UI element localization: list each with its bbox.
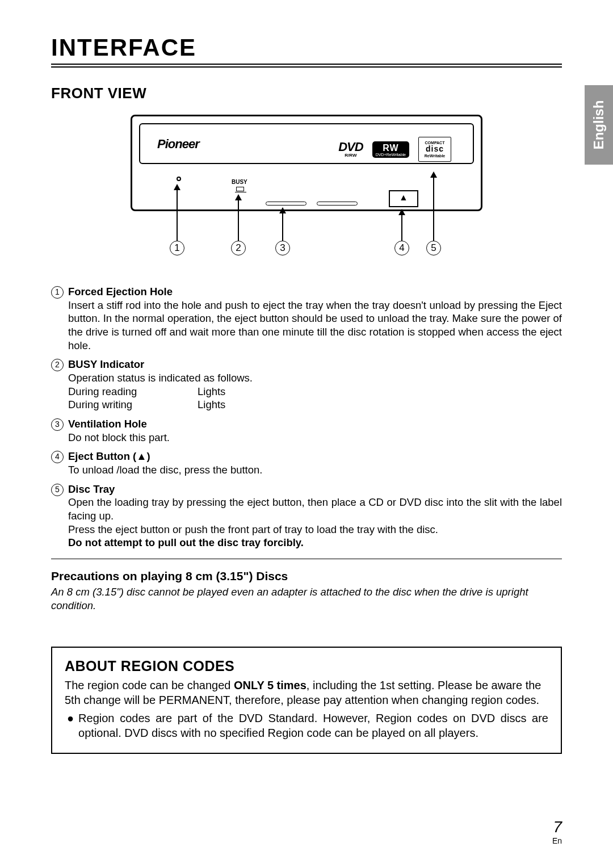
dvd-logo: DVD R/RW (338, 141, 363, 158)
region-codes-bullet: ● Region codes are part of the DVD Stand… (65, 711, 548, 740)
desc-text: To unload /load the disc, press the butt… (68, 463, 562, 477)
desc-num: 4 (51, 451, 64, 463)
descriptions-list: 1 Forced Ejection Hole Insert a stiff ro… (51, 285, 562, 550)
callout-5: 5 (426, 241, 441, 255)
precautions-text: An 8 cm (3.15") disc cannot be played ev… (51, 585, 562, 613)
desc-title: Eject Button (▲) (68, 450, 150, 462)
desc-num: 2 (51, 359, 64, 371)
front-view-heading: FRONT VIEW (51, 85, 562, 102)
callout-4: 4 (394, 241, 409, 255)
busy-label: BUSY (232, 179, 247, 185)
bullet-icon: ● (67, 711, 74, 740)
desc-title: Forced Ejection Hole (68, 286, 173, 297)
eject-button-icon: ▲ (389, 190, 418, 207)
desc-text: Insert a stiff rod into the hole and pus… (68, 299, 562, 353)
language-tab: English (585, 85, 613, 165)
desc-num: 1 (51, 286, 64, 299)
desc-item: 1 Forced Ejection Hole Insert a stiff ro… (51, 285, 562, 352)
desc-item: 2 BUSY Indicator Operation status is ind… (51, 358, 562, 412)
region-codes-box: ABOUT REGION CODES The region code can b… (51, 647, 562, 754)
precautions-heading: Precautions on playing 8 cm (3.15") Disc… (51, 569, 562, 583)
busy-led-icon (236, 187, 244, 191)
desc-num: 3 (51, 418, 64, 431)
desc-text: Open the loading tray by pressing the ej… (68, 496, 562, 522)
desc-text: Do not block this part. (68, 431, 562, 445)
desc-item: 3 Ventilation Hole Do not block this par… (51, 417, 562, 444)
rw-logo: RW DVD+ReWritable (372, 141, 409, 158)
desc-title: BUSY Indicator (68, 358, 144, 370)
front-view-diagram: Pioneer DVD R/RW RW DVD+ReWritable COMPA… (131, 115, 482, 262)
ejection-hole-icon (177, 177, 181, 181)
desc-text: Press the eject button or push the front… (68, 523, 562, 536)
desc-item: 5 Disc Tray Open the loading tray by pre… (51, 483, 562, 550)
brand-logo: Pioneer (157, 137, 199, 152)
callout-3: 3 (275, 241, 290, 255)
vent-slot-icon (317, 202, 358, 206)
status-row: During readingLights (68, 385, 562, 399)
vent-slot-icon (266, 202, 306, 206)
desc-warning: Do not attempt to pull out the disc tray… (68, 536, 562, 550)
divider (51, 559, 562, 559)
desc-title: Disc Tray (68, 483, 115, 495)
page-title: INTERFACE (51, 34, 562, 61)
compact-disc-logo: COMPACT disc ReWritable (418, 137, 451, 162)
desc-title: Ventilation Hole (68, 418, 147, 430)
callout-2: 2 (231, 241, 246, 255)
region-codes-paragraph: The region code can be changed ONLY 5 ti… (65, 678, 548, 707)
desc-item: 4 Eject Button (▲) To unload /load the d… (51, 450, 562, 476)
region-codes-heading: ABOUT REGION CODES (65, 658, 548, 674)
desc-num: 5 (51, 484, 64, 496)
page-number: 7 En (552, 818, 562, 845)
callout-1: 1 (170, 241, 184, 255)
status-row: During writingLights (68, 398, 562, 412)
title-rule (51, 64, 562, 68)
desc-text: Operation status is indicated as follows… (68, 371, 562, 385)
